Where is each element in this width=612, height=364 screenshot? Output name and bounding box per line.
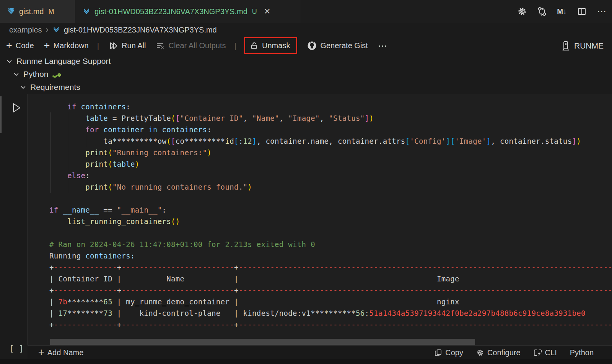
code-line-masked: ta**********ow([co*********id[:12], cont… [49, 135, 612, 147]
code-editor-content[interactable]: if containers: table = PrettyTable(["Con… [49, 101, 612, 330]
chevron-down-icon [20, 84, 26, 91]
run-all-button[interactable]: Run All [109, 41, 146, 50]
gear-icon [476, 349, 484, 357]
github-octocat-icon [307, 41, 317, 50]
code-line: for container in containers: [49, 124, 612, 135]
tab-gist-md[interactable]: gist.md M [0, 0, 75, 23]
tab-gist-01hwd-md[interactable]: gist-01HWD053BZ23JN6VA7X3NGP3YS.md U ✕ [75, 0, 301, 23]
cli-terminal-icon [534, 349, 542, 357]
output-line: # Ran on 2024-04-26 11:47:08+01:00 for 2… [49, 239, 612, 250]
horizontal-scrollbar[interactable] [50, 339, 475, 345]
cli-button[interactable]: CLI [534, 348, 557, 357]
toolbar-more-icon[interactable]: ⋯ [378, 41, 388, 51]
output-line: Running containers: [49, 250, 612, 262]
breadcrumb-file[interactable]: gist-01HWD053BZ23JN6VA7X3NGP3YS.md [64, 26, 217, 34]
breadcrumb: examples › gist-01HWD053BZ23JN6VA7X3NGP3… [9, 23, 217, 37]
markdown-file-icon [82, 7, 91, 16]
plus-icon: + [38, 348, 44, 356]
output-line: +--------------+------------------------… [49, 262, 612, 273]
code-line: else: [49, 170, 612, 181]
output-line: +--------------+------------------------… [49, 284, 612, 296]
run-all-icon [109, 41, 118, 50]
scrollbar-sliver[interactable] [0, 96, 2, 133]
code-line [49, 193, 612, 204]
heading-label: Requirements [30, 83, 80, 92]
window-bottom-edge [0, 359, 612, 364]
code-cell[interactable]: if containers: table = PrettyTable(["Con… [28, 94, 612, 345]
tab-label: gist-01HWD053BZ23JN6VA7X3NGP3YS.md [94, 7, 247, 16]
toolbar-separator: | [234, 41, 236, 50]
heading-requirements[interactable]: Requirements [0, 81, 612, 94]
chevron-down-icon [13, 71, 20, 78]
plus-icon: + [6, 42, 12, 49]
configure-button[interactable]: Configure [476, 348, 521, 357]
split-editor-icon[interactable] [577, 6, 587, 16]
plus-icon: + [44, 42, 50, 49]
add-code-cell-button[interactable]: + Code [6, 41, 34, 50]
code-line: table = PrettyTable(["Container ID", "Na… [49, 112, 612, 124]
vscode-window: gist.md M gist-01HWD053BZ23JN6VA7X3NGP3Y… [0, 0, 612, 364]
output-line: +--------------+------------------------… [49, 319, 612, 330]
markdown-file-icon [7, 7, 15, 16]
run-cell-button[interactable] [11, 102, 22, 114]
notebook-toolbar: + Code + Markdown | Run All Clear All Ou… [0, 37, 612, 55]
snake-emoji-icon [52, 70, 61, 78]
clear-all-outputs-button[interactable]: Clear All Outputs [156, 41, 226, 50]
code-line [49, 227, 612, 239]
unlock-icon [250, 41, 259, 50]
markdown-preview-icon[interactable]: M↓ [557, 6, 567, 16]
heading-runme-language-support[interactable]: Runme Language Support [0, 55, 612, 68]
code-line: print("Running containers:") [49, 147, 612, 158]
code-line: if __name__ == "__main__": [49, 204, 612, 216]
output-line: | 17********73 | kind-control-plane | ki… [49, 307, 612, 319]
more-actions-icon[interactable]: ⋯ [597, 6, 607, 16]
sticky-scroll: Runme Language Support Python Requiremen… [0, 55, 612, 94]
breadcrumb-folder[interactable]: examples [9, 26, 42, 34]
cell-language-label[interactable]: Python [570, 348, 594, 357]
play-icon [11, 102, 22, 114]
heading-label: Python [23, 70, 48, 79]
tab-untracked-badge: U [252, 8, 257, 16]
execution-status: [ ] [9, 344, 24, 353]
heading-label: Runme Language Support [16, 57, 111, 66]
code-line: print("No running containers found.") [49, 181, 612, 193]
open-changes-icon[interactable] [537, 6, 547, 16]
unmask-button-highlighted[interactable]: Unmask [244, 37, 297, 54]
toolbar-separator: | [97, 41, 99, 50]
runme-logo-icon [561, 41, 570, 51]
heading-python[interactable]: Python [0, 68, 612, 81]
tab-bar: gist.md M gist-01HWD053BZ23JN6VA7X3NGP3Y… [0, 0, 612, 23]
chevron-down-icon [6, 58, 13, 65]
clear-outputs-icon [156, 41, 165, 50]
cell-footer: + Add Name Copy Configure [28, 345, 612, 359]
output-line: | Container ID | Name | Image [49, 273, 612, 284]
code-line: if containers: [49, 101, 612, 112]
output-line: | 7b********65 | my_runme_demo_container… [49, 296, 612, 307]
tab-modified-badge: M [48, 8, 54, 16]
tab-label: gist.md [19, 7, 44, 16]
runme-brand[interactable]: RUNME [561, 37, 604, 55]
generate-gist-button[interactable]: Generate Gist [307, 41, 368, 50]
add-name-button[interactable]: + Add Name [38, 348, 83, 357]
gear-icon[interactable] [517, 6, 527, 16]
markdown-file-icon [52, 26, 60, 34]
copy-icon [434, 349, 442, 357]
add-markdown-cell-button[interactable]: + Markdown [44, 41, 89, 50]
breadcrumb-separator: › [46, 25, 49, 35]
copy-button[interactable]: Copy [434, 348, 463, 357]
code-line: print(table) [49, 158, 612, 170]
code-line: list_running_containers() [49, 216, 612, 227]
close-tab-icon[interactable]: ✕ [264, 7, 271, 16]
editor-actions: M↓ ⋯ [517, 0, 607, 23]
